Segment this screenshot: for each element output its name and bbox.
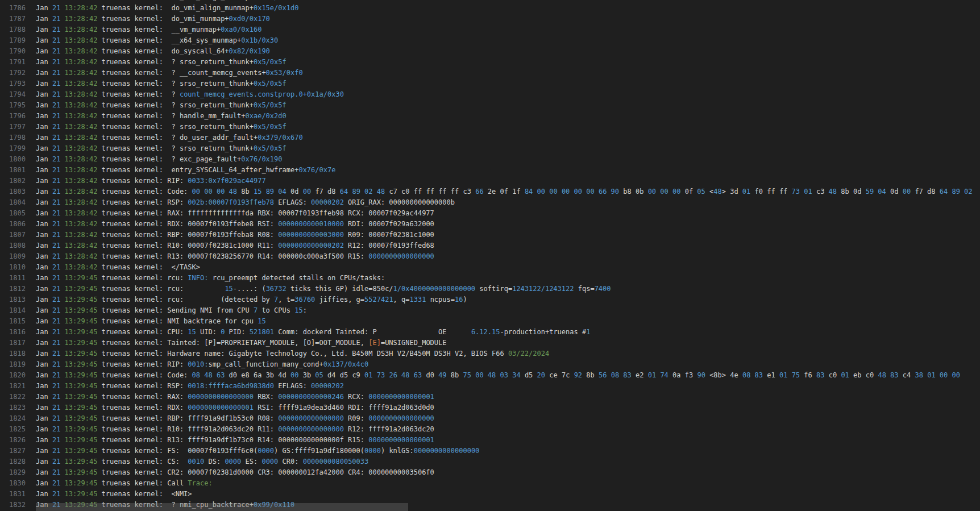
log-message[interactable]: Jan 21 13:28:42 truenas kernel: ? srso_r… [36,57,286,68]
log-line[interactable]: 1831Jan 21 13:29:45 truenas kernel: <NMI… [0,489,980,500]
line-number[interactable]: 1821 [0,381,36,392]
log-line[interactable]: 1813Jan 21 13:29:45 truenas kernel: rcu:… [0,294,980,305]
log-message[interactable]: Jan 21 13:28:42 truenas kernel: Code: 00… [36,186,973,197]
line-number[interactable]: 1796 [0,111,36,122]
line-number[interactable]: 1794 [0,89,36,100]
log-message[interactable]: Jan 21 13:29:45 truenas kernel: <NMI> [36,489,192,500]
log-message[interactable]: Jan 21 13:28:42 truenas kernel: entry_SY… [36,165,335,176]
log-line[interactable]: 1798Jan 21 13:28:42 truenas kernel: ? do… [0,132,980,143]
log-line[interactable]: 1824Jan 21 13:29:45 truenas kernel: RBP:… [0,413,980,424]
line-number[interactable]: 1826 [0,435,36,446]
log-message[interactable]: Jan 21 13:28:42 truenas kernel: __vm_mun… [36,24,261,35]
line-number[interactable]: 1825 [0,424,36,435]
log-message[interactable]: Jan 21 13:28:42 truenas kernel: ? srso_r… [36,78,286,89]
line-number[interactable]: 1819 [0,359,36,370]
log-message[interactable]: Jan 21 13:28:42 truenas kernel: </TASK> [36,262,200,273]
log-line[interactable]: 1792Jan 21 13:28:42 truenas kernel: ? __… [0,68,980,78]
line-number[interactable]: 1786 [0,3,36,14]
log-message[interactable]: Jan 21 13:28:42 truenas kernel: RBP: 000… [36,230,434,240]
log-message[interactable]: Jan 21 13:29:45 truenas kernel: FS: 0000… [36,446,479,456]
log-message[interactable]: Jan 21 13:28:42 truenas kernel: RIP: 003… [36,176,266,186]
log-line[interactable]: 1797Jan 21 13:28:42 truenas kernel: ? sr… [0,122,980,132]
line-number[interactable]: 1797 [0,122,36,132]
log-message[interactable]: Jan 21 13:28:42 truenas kernel: ? exc_pa… [36,154,283,165]
log-editor[interactable]: 1785Jan 21 13:28:42 truenas kernel: do_v… [0,0,980,511]
log-line[interactable]: 1803Jan 21 13:28:42 truenas kernel: Code… [0,186,980,197]
log-line[interactable]: 1804Jan 21 13:28:42 truenas kernel: RSP:… [0,197,980,208]
line-number[interactable]: 1810 [0,262,36,273]
log-message[interactable]: Jan 21 13:28:42 truenas kernel: RSP: 002… [36,197,455,208]
log-line[interactable]: 1790Jan 21 13:28:42 truenas kernel: do_s… [0,46,980,57]
log-message[interactable]: Jan 21 13:29:45 truenas kernel: Hardware… [36,348,549,359]
log-message[interactable]: Jan 21 13:29:45 truenas kernel: R10: fff… [36,424,434,435]
log-message[interactable]: Jan 21 13:29:45 truenas kernel: CR2: 000… [36,467,434,478]
line-number[interactable]: 1801 [0,165,36,176]
line-number[interactable]: 1803 [0,186,36,197]
log-line[interactable]: 1828Jan 21 13:29:45 truenas kernel: CS: … [0,456,980,467]
line-number[interactable]: 1789 [0,35,36,46]
line-number[interactable]: 1823 [0,402,36,413]
log-message[interactable]: Jan 21 13:29:45 truenas kernel: R13: fff… [36,435,434,446]
log-line[interactable]: 1814Jan 21 13:29:45 truenas kernel: Send… [0,305,980,316]
log-message[interactable]: Jan 21 13:29:45 truenas kernel: RSP: 001… [36,381,344,392]
log-message[interactable]: Jan 21 13:28:42 truenas kernel: R10: 000… [36,240,434,251]
log-line[interactable]: 1812Jan 21 13:29:45 truenas kernel: rcu:… [0,284,980,294]
log-message[interactable]: Jan 21 13:28:42 truenas kernel: RAX: fff… [36,208,434,219]
log-line[interactable]: 1818Jan 21 13:29:45 truenas kernel: Hard… [0,348,980,359]
log-line[interactable]: 1794Jan 21 13:28:42 truenas kernel: ? co… [0,89,980,100]
line-number[interactable]: 1822 [0,392,36,402]
log-line[interactable]: 1806Jan 21 13:28:42 truenas kernel: RDX:… [0,219,980,230]
line-number[interactable]: 1790 [0,46,36,57]
line-number[interactable]: 1805 [0,208,36,219]
log-line[interactable]: 1823Jan 21 13:29:45 truenas kernel: RDX:… [0,402,980,413]
log-message[interactable]: Jan 21 13:28:42 truenas kernel: do_vmi_m… [36,14,270,24]
log-message[interactable]: Jan 21 13:29:45 truenas kernel: RBP: fff… [36,413,434,424]
log-line[interactable]: 1822Jan 21 13:29:45 truenas kernel: RAX:… [0,392,980,402]
log-line[interactable]: 1819Jan 21 13:29:45 truenas kernel: RIP:… [0,359,980,370]
log-line[interactable]: 1789Jan 21 13:28:42 truenas kernel: __x6… [0,35,980,46]
log-line[interactable]: 1809Jan 21 13:28:42 truenas kernel: R13:… [0,251,980,262]
line-number[interactable]: 1792 [0,68,36,78]
line-number[interactable]: 1832 [0,500,36,510]
log-line[interactable]: 1826Jan 21 13:29:45 truenas kernel: R13:… [0,435,980,446]
line-number[interactable]: 1813 [0,294,36,305]
line-number[interactable]: 1831 [0,489,36,500]
line-number[interactable]: 1809 [0,251,36,262]
log-message[interactable]: Jan 21 13:29:45 truenas kernel: RDX: 000… [36,402,434,413]
log-message[interactable]: Jan 21 13:28:42 truenas kernel: ? srso_r… [36,122,286,132]
line-number[interactable]: 1817 [0,338,36,348]
line-number[interactable]: 1793 [0,78,36,89]
line-number[interactable]: 1814 [0,305,36,316]
log-line[interactable]: 1808Jan 21 13:28:42 truenas kernel: R10:… [0,240,980,251]
log-message[interactable]: Jan 21 13:29:45 truenas kernel: CS: 0010… [36,456,368,467]
line-number[interactable]: 1820 [0,370,36,381]
line-number[interactable]: 1827 [0,446,36,456]
log-line[interactable]: 1800Jan 21 13:28:42 truenas kernel: ? ex… [0,154,980,165]
log-message[interactable]: Jan 21 13:29:45 truenas kernel: Code: 08… [36,370,960,381]
log-line[interactable]: 1795Jan 21 13:28:42 truenas kernel: ? sr… [0,100,980,111]
log-line[interactable]: 1786Jan 21 13:28:42 truenas kernel: do_v… [0,3,980,14]
line-number[interactable]: 1791 [0,57,36,68]
log-line[interactable]: 1817Jan 21 13:29:45 truenas kernel: Tain… [0,338,980,348]
log-line[interactable]: 1805Jan 21 13:28:42 truenas kernel: RAX:… [0,208,980,219]
line-number[interactable]: 1824 [0,413,36,424]
line-number[interactable]: 1795 [0,100,36,111]
log-message[interactable]: Jan 21 13:29:45 truenas kernel: NMI back… [36,316,266,327]
line-number[interactable]: 1808 [0,240,36,251]
log-message[interactable]: Jan 21 13:28:42 truenas kernel: do_vmi_a… [36,3,298,14]
log-message[interactable]: Jan 21 13:29:45 truenas kernel: Tainted:… [36,338,447,348]
log-message[interactable]: Jan 21 13:28:42 truenas kernel: ? srso_r… [36,143,286,154]
horizontal-scrollbar[interactable] [36,503,408,511]
log-line[interactable]: 1787Jan 21 13:28:42 truenas kernel: do_v… [0,14,980,24]
log-line[interactable]: 1827Jan 21 13:29:45 truenas kernel: FS: … [0,446,980,456]
log-message[interactable]: Jan 21 13:28:42 truenas kernel: ? srso_r… [36,100,286,111]
line-number[interactable]: 1802 [0,176,36,186]
log-line[interactable]: 1807Jan 21 13:28:42 truenas kernel: RBP:… [0,230,980,240]
log-message[interactable]: Jan 21 13:28:42 truenas kernel: ? __coun… [36,68,303,78]
log-message[interactable]: Jan 21 13:28:42 truenas kernel: ? handle… [36,111,286,122]
log-line[interactable]: 1802Jan 21 13:28:42 truenas kernel: RIP:… [0,176,980,186]
log-message[interactable]: Jan 21 13:28:42 truenas kernel: __x64_sy… [36,35,278,46]
log-line[interactable]: 1830Jan 21 13:29:45 truenas kernel: Call… [0,478,980,489]
log-line[interactable]: 1810Jan 21 13:28:42 truenas kernel: </TA… [0,262,980,273]
log-message[interactable]: Jan 21 13:28:42 truenas kernel: RDX: 000… [36,219,434,230]
